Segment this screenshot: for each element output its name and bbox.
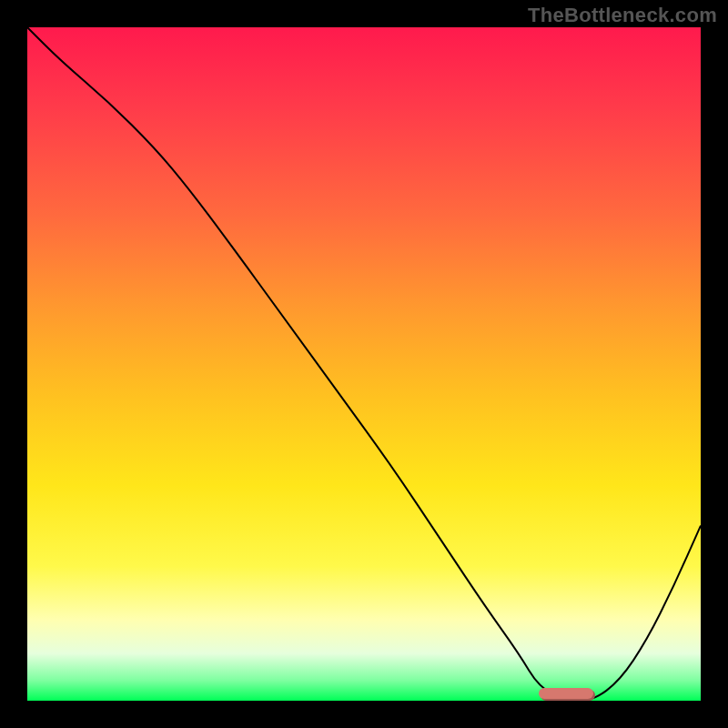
- watermark-text: TheBottleneck.com: [528, 4, 717, 27]
- plot-area: [27, 27, 701, 701]
- curve-path: [27, 27, 701, 701]
- bottleneck-curve: [27, 27, 701, 701]
- chart-stage: TheBottleneck.com: [0, 0, 728, 728]
- optimal-marker: [539, 688, 592, 699]
